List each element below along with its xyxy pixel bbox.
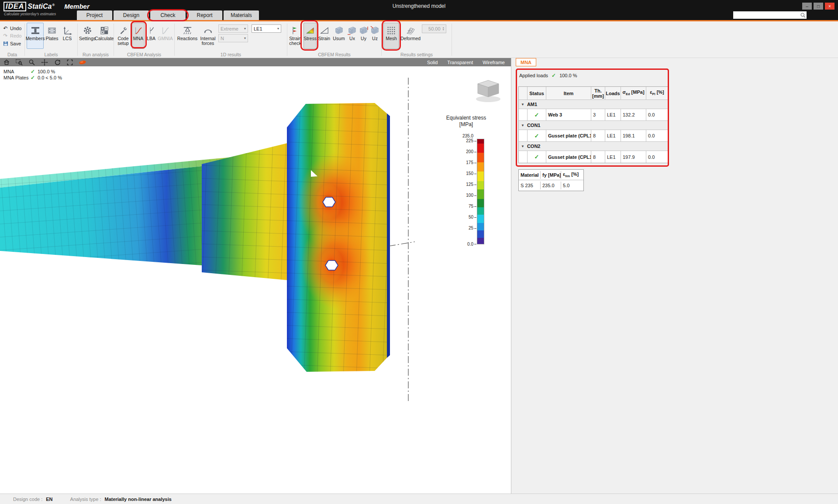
cell-loads: LE1 [605, 130, 621, 141]
deformed-scale-spinner: 50.00 ▲▼ [422, 24, 446, 33]
table-row[interactable]: ✓ Web 3 3 LE1 132.2 0.0 [519, 109, 668, 121]
lba-button[interactable]: LBA [145, 23, 157, 49]
lcs-icon [62, 24, 72, 36]
zoom-window-icon[interactable] [13, 58, 25, 66]
undo-button[interactable]: ↶Undo [0, 25, 24, 31]
cell-sigma: 197.9 [621, 151, 646, 163]
table-row[interactable]: ✓ Gusset plate (CPL1a) 8 LE1 198.1 0.0 [519, 130, 668, 142]
chevron-down-icon: ▾ [244, 36, 246, 40]
tab-materials[interactable]: Materials [224, 10, 259, 20]
group-row-con2[interactable]: ▼ CON2 [519, 142, 668, 151]
status-label: MNA Plates [3, 75, 31, 80]
mesh-button[interactable]: Mesh [383, 23, 399, 49]
uy-cube-icon [359, 24, 369, 36]
deformed-button[interactable]: Deformed [400, 23, 421, 49]
cell-sigma: 198.1 [621, 130, 646, 141]
mode-wireframe[interactable]: Wireframe [483, 60, 505, 65]
pan-icon[interactable] [38, 58, 51, 66]
strain-button[interactable]: Strain [317, 23, 331, 49]
cell-strain: 0.0 [646, 109, 668, 120]
collapse-triangle-icon[interactable]: ▼ [521, 123, 524, 127]
uy-button[interactable]: Uy [358, 23, 369, 49]
fem-model-scene[interactable] [0, 66, 511, 494]
mode-transparent[interactable]: Transparent [447, 60, 473, 65]
uz-cube-icon [370, 24, 380, 36]
gmnia-button: GMNIA [157, 23, 173, 49]
material-row[interactable]: S 235 235.0 5.0 [519, 180, 583, 191]
legend-tickmark [474, 163, 476, 163]
material-table: Material fy [MPa] εlim [%] S 235 235.0 5… [518, 169, 584, 191]
header-status: Status [528, 87, 546, 99]
stress-button[interactable]: Stress [303, 23, 317, 49]
rotate-view-icon[interactable] [51, 58, 63, 66]
header-material: Material [519, 171, 541, 179]
tab-design[interactable]: Design [114, 10, 149, 20]
minimize-button[interactable]: – [802, 3, 812, 10]
home-view-icon[interactable] [0, 58, 13, 66]
group-run-analysis: Settings Calculate Run analysis [78, 21, 114, 58]
close-button[interactable]: × [825, 3, 835, 10]
render-modes: Solid Transparent Wireframe [427, 60, 511, 65]
plates-icon [47, 24, 57, 36]
tab-report[interactable]: Report [187, 10, 222, 20]
model-viewport[interactable]: MNA ✓ 100.0 % MNA Plates ✓ 0.0 < 5.0 % E… [0, 66, 511, 494]
strain-check-icon [291, 24, 300, 36]
legend-tickmark [474, 195, 476, 196]
ux-cube-icon [347, 24, 357, 36]
cell-thickness: 3 [591, 109, 605, 120]
zoom-icon[interactable] [25, 58, 38, 66]
group-caption-labels: Labels [25, 52, 77, 57]
usum-button[interactable]: Usum [332, 23, 346, 49]
legend-tick: 235.0 [452, 134, 473, 138]
group-caption-results-settings: Results settings [382, 52, 452, 57]
status-value: 0.0 < 5.0 % [38, 75, 62, 80]
group-results-settings: Mesh Deformed 50.00 ▲▼ Results settings [382, 21, 452, 58]
spinner-arrows: ▲▼ [442, 27, 445, 31]
legend-tick: 150 [452, 171, 473, 176]
render-style-icon[interactable] [76, 58, 89, 66]
chevron-down-icon: ▾ [277, 27, 279, 31]
group-caption-run: Run analysis [78, 52, 114, 57]
tab-check[interactable]: Check [150, 10, 186, 20]
legend-tick: 125 [452, 182, 473, 187]
members-button[interactable]: Members [27, 23, 44, 49]
uz-button[interactable]: Uz [369, 23, 380, 49]
save-button[interactable]: Save [0, 40, 24, 47]
internal-forces-button[interactable]: Internal forces [198, 23, 217, 49]
applied-loads-label: Applied loads [519, 73, 548, 78]
save-icon [3, 41, 8, 46]
table-row[interactable]: ✓ Gusset plate (CPL1a) 8 LE1 197.9 0.0 [519, 151, 668, 163]
gusset-plate[interactable] [287, 103, 390, 372]
group-row-con1[interactable]: ▼ CON1 [519, 121, 668, 130]
group-caption-1d: 1D results [175, 52, 287, 57]
mna-button[interactable]: MNA [132, 23, 145, 49]
calculate-icon [100, 24, 109, 36]
collapse-triangle-icon[interactable]: ▼ [521, 103, 524, 106]
group-caption-cbfem-results: CBFEM Results [287, 52, 381, 57]
search-input[interactable] [733, 12, 799, 18]
status-row-mna-plates: MNA Plates ✓ 0.0 < 5.0 % [3, 75, 62, 80]
plates-button[interactable]: Plates [45, 23, 59, 49]
ux-button[interactable]: Ux [347, 23, 358, 49]
collapse-triangle-icon[interactable]: ▼ [521, 144, 524, 148]
maximize-button[interactable]: □ [814, 3, 823, 10]
tab-project[interactable]: Project [77, 10, 112, 20]
analysis-type-label: Analysis type : [70, 497, 101, 502]
strain-check-button[interactable]: Strain check [288, 23, 303, 49]
stiffener-zone[interactable] [202, 143, 287, 280]
view-compass-icon[interactable] [476, 80, 500, 102]
reactions-button[interactable]: Reactions [177, 23, 197, 49]
tab-mna-results[interactable]: MNA [516, 58, 536, 66]
group-cbfem-results: Strain check Stress Strain Usum Ux Uy Uz… [287, 21, 381, 58]
settings-button[interactable]: Settings [79, 23, 96, 49]
load-case-dropdown[interactable]: LE1▾ [252, 24, 281, 33]
group-row-am1[interactable]: ▼ AM1 [519, 100, 668, 109]
lcs-button[interactable]: LCS [60, 23, 74, 49]
legend-tickmark [474, 217, 476, 218]
fit-to-screen-icon[interactable] [63, 58, 76, 66]
header-eps-lim: εlim [%] [561, 170, 583, 179]
cell-item: Web 3 [546, 109, 591, 120]
calculate-button[interactable]: Calculate [96, 23, 113, 49]
code-setup-button[interactable]: Code setup [115, 23, 131, 49]
mode-solid[interactable]: Solid [427, 60, 438, 65]
